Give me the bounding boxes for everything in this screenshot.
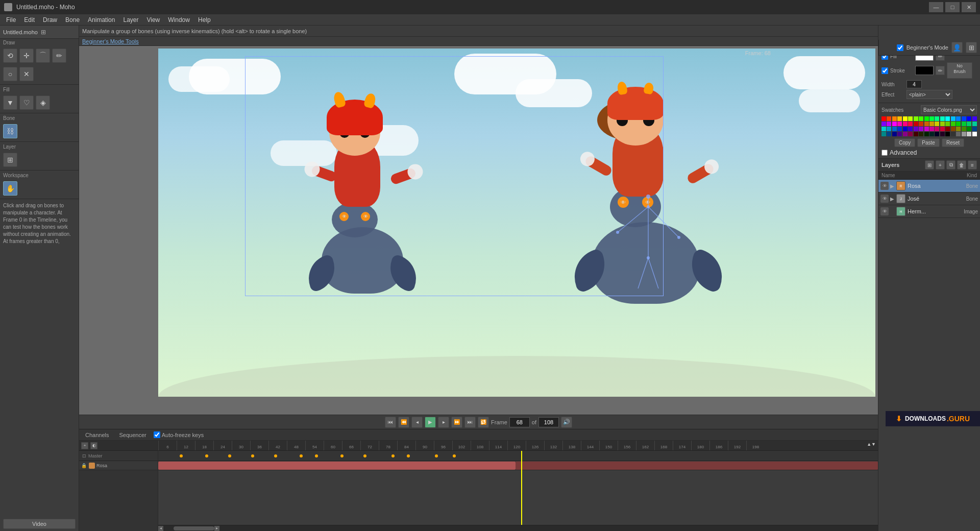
color-cell[interactable] — [972, 132, 977, 136]
color-cell[interactable] — [962, 122, 966, 126]
total-frames-input[interactable] — [538, 417, 559, 427]
color-cell[interactable] — [967, 127, 971, 131]
effect-select[interactable]: <plain> — [906, 90, 952, 99]
play-button[interactable]: ▶ — [425, 417, 436, 428]
color-cell[interactable] — [881, 132, 886, 136]
color-cell[interactable] — [892, 132, 897, 136]
color-cell[interactable] — [929, 127, 934, 131]
color-cell[interactable] — [962, 132, 966, 136]
color-cell[interactable] — [935, 122, 939, 126]
color-cell[interactable] — [924, 116, 929, 121]
color-cell[interactable] — [881, 127, 886, 131]
color-cell[interactable] — [897, 116, 902, 121]
color-cell[interactable] — [956, 116, 961, 121]
move-tool[interactable]: ✛ — [19, 49, 34, 63]
color-cell[interactable] — [951, 127, 955, 131]
tl-scroll-left[interactable]: ◂ — [158, 526, 163, 531]
video-button[interactable]: Video — [3, 519, 76, 529]
color-cell[interactable] — [887, 132, 891, 136]
stroke-color-swatch[interactable] — [915, 66, 934, 75]
color-cell[interactable] — [924, 122, 929, 126]
color-cell[interactable] — [903, 127, 908, 131]
paint-bucket-tool[interactable]: ◈ — [36, 95, 50, 110]
color-cell[interactable] — [956, 127, 961, 131]
menu-animation[interactable]: Animation — [84, 15, 119, 25]
volume-button[interactable]: 🔊 — [561, 417, 572, 428]
color-cell[interactable] — [914, 122, 918, 126]
color-cell[interactable] — [940, 116, 945, 121]
color-cell[interactable] — [951, 132, 955, 136]
color-cell[interactable] — [956, 122, 961, 126]
color-cell[interactable] — [908, 122, 913, 126]
beginners-mode-link[interactable]: Beginner's Mode Tools — [82, 38, 139, 44]
color-cell[interactable] — [919, 116, 923, 121]
layer-row-rosa[interactable]: 👁 ▶ R Rosa Bone — [878, 180, 980, 192]
color-cell[interactable] — [940, 122, 945, 126]
maximize-button[interactable]: □ — [945, 2, 960, 12]
color-cell[interactable] — [887, 127, 891, 131]
color-cell[interactable] — [945, 116, 950, 121]
color-cell[interactable] — [945, 132, 950, 136]
layer-row-jose[interactable]: 👁 ▶ J José Bone — [878, 192, 980, 205]
color-cell[interactable] — [945, 122, 950, 126]
color-cell[interactable] — [897, 132, 902, 136]
color-cell[interactable] — [951, 122, 955, 126]
close-button[interactable]: ✕ — [962, 2, 976, 12]
user-icon-button[interactable]: 👤 — [951, 42, 963, 53]
color-cell[interactable] — [914, 116, 918, 121]
menu-window[interactable]: Window — [164, 15, 194, 25]
color-cell[interactable] — [929, 122, 934, 126]
color-cell[interactable] — [929, 116, 934, 121]
go-to-end-button[interactable]: ⏭ — [464, 417, 476, 428]
reset-button[interactable]: Reset — [942, 138, 964, 147]
color-cell[interactable] — [967, 116, 971, 121]
copy-button[interactable]: Copy — [894, 138, 915, 147]
stroke-edit-button[interactable]: ✏ — [936, 66, 945, 75]
stroke-checkbox[interactable] — [881, 67, 888, 74]
window-controls[interactable]: — □ ✕ — [929, 2, 976, 12]
delete-tool[interactable]: ✕ — [19, 67, 34, 81]
timeline-scrollbar[interactable]: ◂ ▸ — [158, 525, 878, 531]
go-to-start-button[interactable]: ⏮ — [385, 417, 396, 428]
color-cell[interactable] — [967, 122, 971, 126]
color-cell[interactable] — [924, 127, 929, 131]
color-cell[interactable] — [972, 127, 977, 131]
color-cell[interactable] — [897, 127, 902, 131]
layer-tool[interactable]: ⊞ — [3, 153, 17, 167]
grid-view-button[interactable]: ⊞ — [966, 42, 977, 53]
hand-tool[interactable]: ✋ — [3, 181, 17, 196]
auto-freeze-checkbox[interactable] — [154, 431, 160, 438]
color-cell[interactable] — [903, 132, 908, 136]
color-cell[interactable] — [881, 116, 886, 121]
color-cell[interactable] — [897, 122, 902, 126]
sequencer-tab[interactable]: Sequencer — [116, 431, 149, 439]
color-cell[interactable] — [945, 127, 950, 131]
color-cell[interactable] — [881, 122, 886, 126]
color-cell[interactable] — [935, 127, 939, 131]
width-input[interactable] — [906, 80, 922, 88]
tl-solo-button[interactable]: ◐ — [90, 442, 97, 449]
color-cell[interactable] — [962, 127, 966, 131]
color-cell[interactable] — [908, 127, 913, 131]
minimize-button[interactable]: — — [929, 2, 943, 12]
color-cell[interactable] — [951, 116, 955, 121]
color-cell[interactable] — [956, 132, 961, 136]
color-cell[interactable] — [903, 122, 908, 126]
no-brush-button[interactable]: NoBrush — [947, 62, 972, 79]
tl-scroll-right[interactable]: ▸ — [214, 526, 219, 531]
swatches-preset-select[interactable]: Basic Colors.png — [921, 105, 977, 114]
layers-icon-1[interactable]: ⊞ — [925, 160, 934, 170]
color-cell[interactable] — [892, 127, 897, 131]
menu-view[interactable]: View — [142, 15, 164, 25]
color-cell[interactable] — [972, 116, 977, 121]
color-cell[interactable] — [929, 132, 934, 136]
color-cell[interactable] — [892, 116, 897, 121]
manipulate-bone-tool[interactable]: ⛓ — [3, 124, 17, 138]
color-cell[interactable] — [887, 122, 891, 126]
pen-tool[interactable]: ✏ — [52, 49, 66, 63]
menu-layer[interactable]: Layer — [119, 15, 142, 25]
transform-tool[interactable]: ⟲ — [3, 49, 17, 63]
layers-icon-2[interactable]: + — [936, 160, 945, 170]
fill-tool[interactable]: ▼ — [3, 95, 17, 110]
arc-tool[interactable]: ⌒ — [36, 49, 50, 63]
